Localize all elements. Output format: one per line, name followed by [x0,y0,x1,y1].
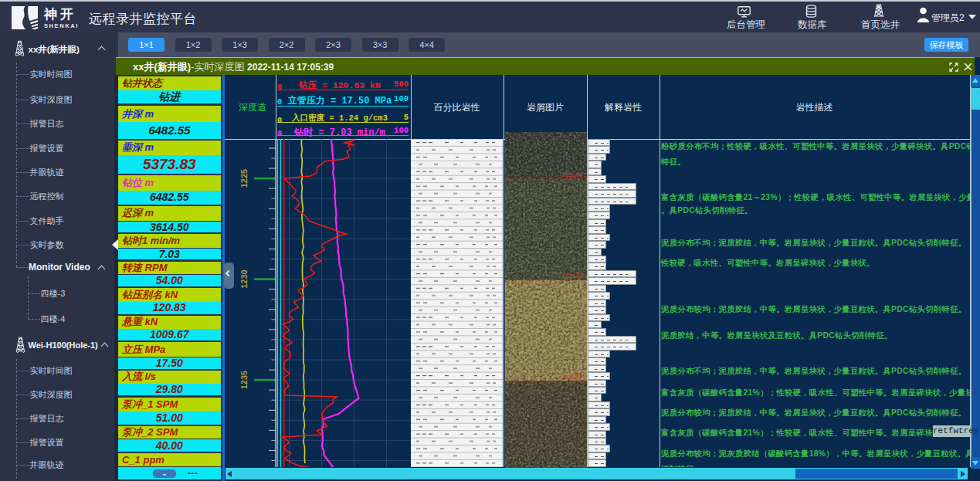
svg-text:1235: 1235 [239,371,249,389]
svg-text:1240.00: 1240.00 [561,373,582,380]
svg-text:1230: 1230 [239,269,249,288]
svg-text:1235.00: 1235.00 [561,272,582,279]
svg-text:1225: 1225 [239,169,249,188]
svg-text:1230.00: 1230.00 [561,171,582,178]
